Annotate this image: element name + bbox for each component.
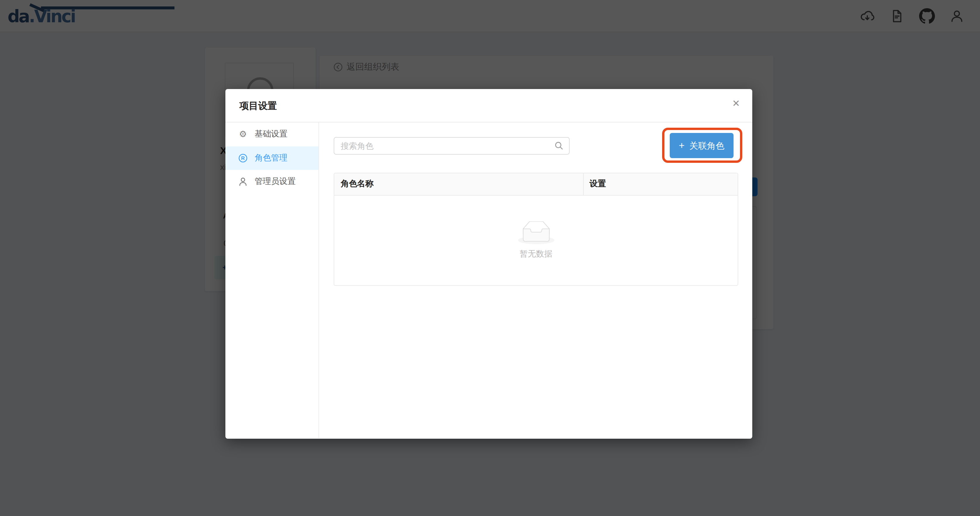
registered-icon: R bbox=[238, 153, 248, 163]
search-role-input[interactable] bbox=[334, 137, 570, 154]
table-empty-state: 暂无数据 bbox=[334, 195, 738, 285]
modal-body: ⚙ 基础设置 R 角色管理 管理员设置 bbox=[225, 123, 752, 438]
associate-role-button[interactable]: + 关联角色 bbox=[670, 133, 733, 158]
empty-state-text: 暂无数据 bbox=[520, 249, 552, 260]
modal-title: 项目设置 bbox=[239, 89, 277, 123]
roles-table: 角色名称 设置 暂无数据 bbox=[334, 173, 738, 286]
sidebar-item-basic-settings[interactable]: ⚙ 基础设置 bbox=[225, 123, 318, 146]
sidebar-item-label: 基础设置 bbox=[255, 129, 288, 140]
search-box bbox=[334, 137, 570, 154]
modal-header: 项目设置 ✕ bbox=[225, 89, 752, 123]
svg-text:R: R bbox=[241, 156, 245, 161]
close-icon[interactable]: ✕ bbox=[732, 99, 740, 108]
empty-inbox-icon bbox=[518, 221, 554, 245]
application-root: da.Vinci X bbox=[0, 0, 980, 516]
sidebar-item-role-management[interactable]: R 角色管理 bbox=[225, 146, 318, 170]
column-header-role-name: 角色名称 bbox=[334, 174, 584, 195]
associate-role-label: 关联角色 bbox=[689, 141, 724, 150]
table-header-row: 角色名称 设置 bbox=[334, 174, 738, 195]
modal-sidebar: ⚙ 基础设置 R 角色管理 管理员设置 bbox=[225, 123, 319, 438]
gear-icon: ⚙ bbox=[238, 130, 248, 139]
project-settings-modal: 项目设置 ✕ ⚙ 基础设置 R 角色管理 bbox=[225, 89, 752, 439]
plus-icon: + bbox=[679, 140, 685, 151]
search-icon bbox=[554, 141, 564, 151]
sidebar-item-label: 角色管理 bbox=[255, 153, 288, 163]
person-icon bbox=[238, 177, 248, 186]
column-header-settings: 设置 bbox=[584, 174, 738, 195]
role-management-panel: + 关联角色 角色名称 设置 bbox=[319, 123, 752, 438]
sidebar-item-admin-settings[interactable]: 管理员设置 bbox=[225, 170, 318, 194]
sidebar-item-label: 管理员设置 bbox=[255, 177, 296, 187]
